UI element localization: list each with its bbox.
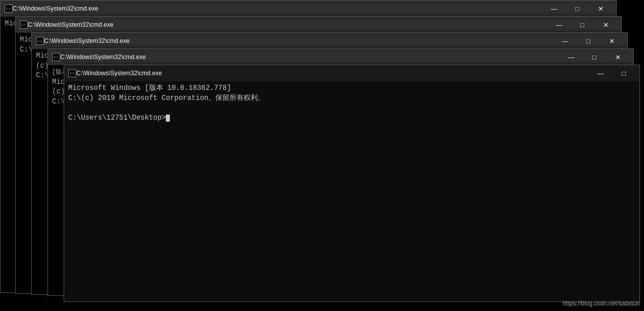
window-title-4: C:\Windows\System32\cmd.exe — [60, 54, 560, 61]
minimize-btn-4[interactable]: — — [560, 49, 583, 65]
console-prompt: C:\Users\12751\Desktop> — [68, 114, 166, 122]
title-bar-1[interactable]: C:\Windows\System32\cmd.exe — □ ✕ — [1, 1, 616, 17]
cmd-icon-4 — [52, 53, 60, 61]
console-line-2: C:\(c) 2019 Microsoft Corporation。保留所有权利… — [68, 93, 635, 103]
minimize-btn-5[interactable]: — — [589, 65, 612, 81]
console-line-1: Microsoft Windows [版本 10.0.18362.778] — [68, 83, 635, 93]
close-btn-4[interactable]: ✕ — [606, 49, 629, 65]
title-controls-4: — □ ✕ — [560, 49, 629, 65]
cmd-icon-2 — [20, 21, 28, 29]
maximize-btn-5[interactable]: □ — [612, 65, 635, 81]
title-bar-5[interactable]: C:\Windows\System32\cmd.exe — □ — [64, 65, 639, 81]
window-title-1: C:\Windows\System32\cmd.exe — [13, 5, 542, 12]
cmd-icon-1 — [5, 5, 13, 13]
maximize-btn-1[interactable]: □ — [566, 1, 589, 17]
window-title-3: C:\Windows\System32\cmd.exe — [44, 37, 554, 44]
cmd-window-5[interactable]: C:\Windows\System32\cmd.exe — □ Microsof… — [64, 65, 640, 302]
title-controls-5: — □ — [589, 65, 635, 81]
title-bar-2[interactable]: C:\Windows\System32\cmd.exe — □ ✕ — [16, 17, 621, 33]
close-btn-2[interactable]: ✕ — [594, 17, 617, 33]
window-title-2: C:\Windows\System32\cmd.exe — [28, 21, 547, 28]
title-bar-3[interactable]: C:\Windows\System32\cmd.exe — □ ✕ — [32, 33, 627, 49]
close-btn-1[interactable]: ✕ — [589, 1, 612, 17]
minimize-btn-1[interactable]: — — [542, 1, 566, 17]
window-title-5: C:\Windows\System32\cmd.exe — [76, 70, 589, 77]
console-body-5[interactable]: Microsoft Windows [版本 10.0.18362.778] C:… — [64, 81, 639, 301]
title-controls-1: — □ ✕ — [542, 1, 612, 17]
maximize-btn-3[interactable]: □ — [577, 33, 600, 49]
minimize-btn-3[interactable]: — — [554, 33, 577, 49]
cursor-blink — [166, 115, 170, 122]
cmd-icon-3 — [36, 37, 44, 45]
maximize-btn-2[interactable]: □ — [571, 17, 594, 33]
console-line-blank — [68, 103, 635, 113]
title-controls-3: — □ ✕ — [554, 33, 623, 49]
maximize-btn-4[interactable]: □ — [583, 49, 606, 65]
minimize-btn-2[interactable]: — — [547, 17, 571, 33]
console-prompt-line[interactable]: C:\Users\12751\Desktop> — [68, 113, 635, 123]
watermark: https://blog.csdn.net/satasun — [563, 300, 640, 307]
close-btn-3[interactable]: ✕ — [600, 33, 623, 49]
cmd-icon-5 — [68, 69, 76, 77]
title-controls-2: — □ ✕ — [547, 17, 617, 33]
title-bar-4[interactable]: C:\Windows\System32\cmd.exe — □ ✕ — [48, 49, 633, 65]
